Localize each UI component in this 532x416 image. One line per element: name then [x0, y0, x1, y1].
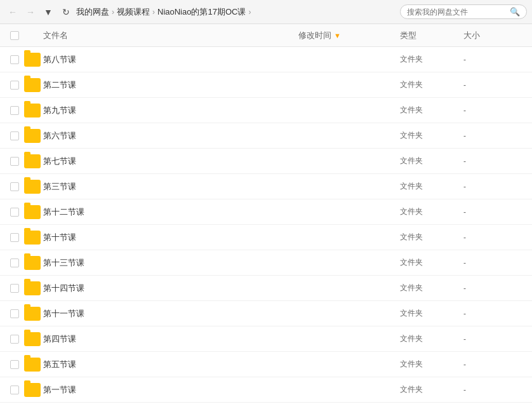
nav-bar: ← → ▼ ↻ 我的网盘 › 视频课程 › NiaoNiao的第17期OC课 ›… — [0, 0, 532, 24]
row-checkbox-7[interactable] — [10, 233, 19, 242]
file-size: - — [463, 157, 527, 166]
row-checkbox-11[interactable] — [10, 335, 19, 344]
table-row[interactable]: 第九节课 文件夹 - — [0, 98, 532, 123]
file-type: 文件夹 — [400, 333, 463, 344]
table-row[interactable]: 第三节课 文件夹 - — [0, 174, 532, 199]
row-checkbox-10[interactable] — [10, 309, 19, 318]
row-checkbox-9[interactable] — [10, 284, 19, 293]
row-checkbox-13[interactable] — [10, 386, 19, 394]
file-size: - — [463, 309, 527, 318]
row-checkbox-4[interactable] — [10, 157, 19, 166]
file-name: 第五节课 — [43, 359, 298, 370]
col-type-header: 类型 — [400, 30, 463, 41]
file-name: 第四节课 — [43, 333, 298, 345]
table-row[interactable]: 第十四节课 文件夹 - — [0, 276, 532, 301]
file-size: - — [463, 106, 527, 115]
file-type: 文件夹 — [400, 206, 463, 217]
file-size: - — [463, 233, 527, 242]
folder-icon — [24, 281, 41, 295]
table-row[interactable]: 第十三节课 文件夹 - — [0, 250, 532, 276]
forward-button[interactable]: → — [23, 4, 38, 20]
breadcrumb-sep-3: › — [248, 8, 251, 17]
file-type: 文件夹 — [400, 283, 463, 293]
table-row[interactable]: 第十节课 文件夹 - — [0, 225, 532, 250]
file-size: - — [463, 81, 527, 90]
row-checkbox-6[interactable] — [10, 208, 19, 217]
file-type: 文件夹 — [400, 232, 463, 243]
file-type: 文件夹 — [400, 130, 463, 141]
file-type: 文件夹 — [400, 105, 463, 116]
table-row[interactable]: 第八节课 文件夹 - — [0, 47, 532, 72]
file-name: 第一节课 — [43, 384, 298, 396]
search-input[interactable] — [407, 8, 506, 17]
breadcrumb-mycloud[interactable]: 我的网盘 — [76, 6, 109, 18]
search-box: 🔍 — [400, 4, 527, 19]
table-row[interactable]: 第六节课 文件夹 - — [0, 123, 532, 149]
file-size: - — [463, 182, 527, 191]
row-checkbox-3[interactable] — [10, 131, 19, 140]
file-name: 第九节课 — [43, 105, 298, 116]
folder-icon — [24, 256, 41, 270]
sort-arrow-icon: ▼ — [334, 32, 341, 39]
select-all-checkbox[interactable] — [10, 31, 19, 40]
breadcrumb-current[interactable]: NiaoNiao的第17期OC课 — [157, 6, 246, 18]
file-name: 第十二节课 — [43, 206, 298, 218]
table-row[interactable]: 第十一节课 文件夹 - — [0, 301, 532, 326]
file-list: 第八节课 文件夹 - 第二节课 文件夹 - 第九节课 文件夹 - 第六节课 — [0, 47, 532, 416]
refresh-button[interactable]: ↻ — [58, 4, 74, 20]
folder-icon — [24, 307, 41, 321]
file-size: - — [463, 131, 527, 140]
file-type: 文件夹 — [400, 384, 463, 395]
folder-icon — [24, 358, 41, 372]
file-type: 文件夹 — [400, 181, 463, 192]
breadcrumb-video[interactable]: 视频课程 — [117, 6, 150, 18]
breadcrumb-sep-1: › — [112, 8, 114, 17]
file-name: 第十一节课 — [43, 308, 298, 319]
folder-icon — [24, 154, 41, 168]
file-size: - — [463, 208, 527, 217]
file-size: - — [463, 258, 527, 267]
table-row[interactable]: 第五节课 文件夹 - — [0, 352, 532, 377]
table-row[interactable]: 第七节课 文件夹 - — [0, 149, 532, 174]
file-size: - — [463, 386, 527, 394]
back-button[interactable]: ← — [5, 4, 20, 20]
folder-icon — [24, 205, 41, 219]
row-checkbox-8[interactable] — [10, 258, 19, 267]
row-checkbox-5[interactable] — [10, 182, 19, 191]
file-type: 文件夹 — [400, 308, 463, 319]
file-size: - — [463, 55, 527, 64]
file-header: 文件名 修改时间 ▼ 类型 大小 — [0, 24, 532, 47]
file-size: - — [463, 360, 527, 369]
col-name-header: 文件名 — [43, 30, 298, 41]
folder-icon — [24, 332, 41, 346]
folder-icon — [24, 129, 41, 143]
file-name: 第六节课 — [43, 130, 298, 142]
file-name: 第十三节课 — [43, 257, 298, 269]
table-row[interactable]: 第四节课 文件夹 - — [0, 326, 532, 352]
file-name: 第八节课 — [43, 54, 298, 65]
breadcrumb: 我的网盘 › 视频课程 › NiaoNiao的第17期OC课 › — [76, 6, 397, 18]
table-row[interactable]: 第十二节课 文件夹 - — [0, 199, 532, 225]
table-row[interactable]: 第二节课 文件夹 - — [0, 72, 532, 98]
folder-icon — [24, 104, 41, 117]
row-checkbox-0[interactable] — [10, 55, 19, 64]
col-time-header[interactable]: 修改时间 ▼ — [298, 30, 400, 41]
file-type: 文件夹 — [400, 359, 463, 370]
file-name: 第二节课 — [43, 79, 298, 91]
row-checkbox-12[interactable] — [10, 360, 19, 369]
folder-icon — [24, 78, 41, 92]
row-checkbox-2[interactable] — [10, 106, 19, 115]
dropdown-button[interactable]: ▼ — [41, 4, 56, 20]
file-type: 文件夹 — [400, 54, 463, 65]
file-size: - — [463, 335, 527, 344]
row-checkbox-1[interactable] — [10, 81, 19, 90]
folder-icon — [24, 383, 41, 397]
folder-icon — [24, 53, 41, 67]
search-icon[interactable]: 🔍 — [510, 7, 520, 17]
file-type: 文件夹 — [400, 257, 463, 268]
folder-icon — [24, 180, 41, 194]
col-size-header: 大小 — [463, 30, 527, 41]
file-name: 第三节课 — [43, 181, 298, 192]
table-row[interactable]: 第一节课 文件夹 - — [0, 377, 532, 403]
file-size: - — [463, 284, 527, 293]
